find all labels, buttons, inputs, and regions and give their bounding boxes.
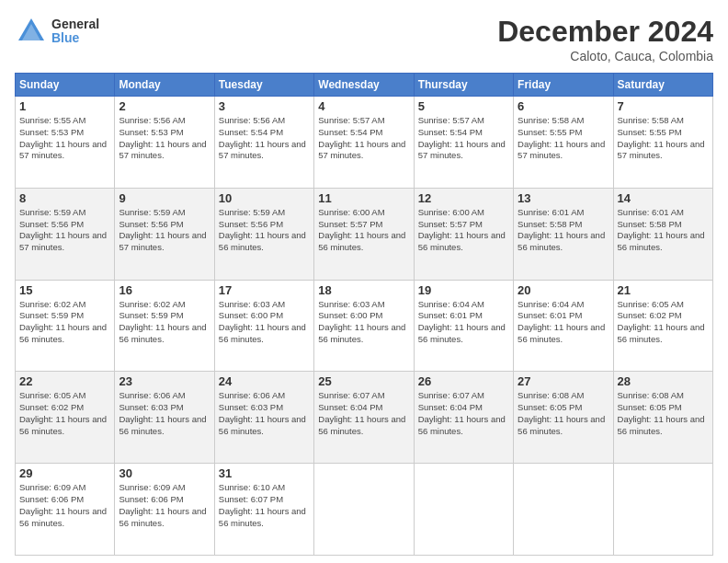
calendar-cell — [613, 464, 712, 556]
calendar-week-row: 29 Sunrise: 6:09 AMSunset: 6:06 PMDaylig… — [16, 464, 713, 556]
calendar-cell: 24 Sunrise: 6:06 AMSunset: 6:03 PMDaylig… — [214, 372, 313, 464]
logo-text: General Blue — [51, 17, 99, 46]
calendar-cell: 1 Sunrise: 5:55 AMSunset: 5:53 PMDayligh… — [16, 97, 115, 189]
calendar-cell: 19 Sunrise: 6:04 AMSunset: 6:01 PMDaylig… — [414, 280, 513, 372]
title-section: December 2024 Caloto, Cauca, Colombia — [497, 15, 713, 63]
day-number: 28 — [618, 374, 709, 388]
day-number: 1 — [19, 99, 110, 113]
day-number: 24 — [219, 374, 310, 388]
calendar-cell: 2 Sunrise: 5:56 AMSunset: 5:53 PMDayligh… — [115, 97, 214, 189]
calendar-cell: 14 Sunrise: 6:01 AMSunset: 5:58 PMDaylig… — [613, 188, 712, 280]
calendar-cell: 27 Sunrise: 6:08 AMSunset: 6:05 PMDaylig… — [514, 372, 613, 464]
page: General Blue December 2024 Caloto, Cauca… — [0, 0, 728, 563]
calendar-cell — [314, 464, 414, 556]
calendar-cell: 20 Sunrise: 6:04 AMSunset: 6:01 PMDaylig… — [514, 280, 613, 372]
day-number: 16 — [119, 283, 210, 297]
calendar-cell: 12 Sunrise: 6:00 AMSunset: 5:57 PMDaylig… — [414, 188, 513, 280]
calendar-header-wednesday: Wednesday — [314, 74, 414, 97]
calendar-week-row: 8 Sunrise: 5:59 AMSunset: 5:56 PMDayligh… — [16, 188, 713, 280]
day-detail: Sunrise: 5:56 AMSunset: 5:54 PMDaylight:… — [219, 115, 310, 162]
calendar-cell: 8 Sunrise: 5:59 AMSunset: 5:56 PMDayligh… — [16, 188, 115, 280]
calendar-cell: 29 Sunrise: 6:09 AMSunset: 6:06 PMDaylig… — [16, 464, 115, 556]
calendar-cell: 13 Sunrise: 6:01 AMSunset: 5:58 PMDaylig… — [514, 188, 613, 280]
day-detail: Sunrise: 5:59 AMSunset: 5:56 PMDaylight:… — [219, 207, 310, 254]
day-number: 31 — [219, 466, 310, 480]
day-number: 3 — [219, 99, 310, 113]
day-detail: Sunrise: 6:00 AMSunset: 5:57 PMDaylight:… — [318, 207, 409, 254]
day-number: 25 — [318, 374, 409, 388]
day-number: 26 — [418, 374, 509, 388]
day-number: 2 — [119, 99, 210, 113]
day-detail: Sunrise: 6:06 AMSunset: 6:03 PMDaylight:… — [219, 390, 310, 437]
day-number: 8 — [19, 191, 110, 205]
calendar-cell: 4 Sunrise: 5:57 AMSunset: 5:54 PMDayligh… — [314, 97, 414, 189]
calendar-cell: 6 Sunrise: 5:58 AMSunset: 5:55 PMDayligh… — [514, 97, 613, 189]
calendar-cell: 15 Sunrise: 6:02 AMSunset: 5:59 PMDaylig… — [16, 280, 115, 372]
day-detail: Sunrise: 6:07 AMSunset: 6:04 PMDaylight:… — [418, 390, 509, 437]
header: General Blue December 2024 Caloto, Cauca… — [15, 15, 713, 63]
day-detail: Sunrise: 5:56 AMSunset: 5:53 PMDaylight:… — [119, 115, 210, 162]
calendar-cell: 28 Sunrise: 6:08 AMSunset: 6:05 PMDaylig… — [613, 372, 712, 464]
day-detail: Sunrise: 5:55 AMSunset: 5:53 PMDaylight:… — [19, 115, 110, 162]
day-number: 20 — [518, 283, 609, 297]
day-detail: Sunrise: 6:09 AMSunset: 6:06 PMDaylight:… — [19, 482, 110, 529]
day-number: 5 — [418, 99, 509, 113]
calendar-cell: 7 Sunrise: 5:58 AMSunset: 5:55 PMDayligh… — [613, 97, 712, 189]
day-number: 6 — [518, 99, 609, 113]
day-detail: Sunrise: 6:08 AMSunset: 6:05 PMDaylight:… — [518, 390, 609, 437]
day-number: 27 — [518, 374, 609, 388]
day-number: 30 — [119, 466, 210, 480]
day-number: 12 — [418, 191, 509, 205]
day-detail: Sunrise: 5:59 AMSunset: 5:56 PMDaylight:… — [19, 207, 110, 254]
calendar-cell: 25 Sunrise: 6:07 AMSunset: 6:04 PMDaylig… — [314, 372, 414, 464]
day-number: 15 — [19, 283, 110, 297]
logo-blue: Blue — [51, 31, 99, 45]
day-number: 11 — [318, 191, 409, 205]
calendar-table: SundayMondayTuesdayWednesdayThursdayFrid… — [15, 73, 713, 556]
day-number: 17 — [219, 283, 310, 297]
calendar-header-thursday: Thursday — [414, 74, 513, 97]
calendar-cell: 22 Sunrise: 6:05 AMSunset: 6:02 PMDaylig… — [16, 372, 115, 464]
calendar-cell: 10 Sunrise: 5:59 AMSunset: 5:56 PMDaylig… — [214, 188, 313, 280]
calendar-header-friday: Friday — [514, 74, 613, 97]
day-detail: Sunrise: 6:09 AMSunset: 6:06 PMDaylight:… — [119, 482, 210, 529]
main-title: December 2024 — [497, 15, 713, 49]
calendar-cell: 3 Sunrise: 5:56 AMSunset: 5:54 PMDayligh… — [214, 97, 313, 189]
day-detail: Sunrise: 6:07 AMSunset: 6:04 PMDaylight:… — [318, 390, 409, 437]
calendar-cell: 17 Sunrise: 6:03 AMSunset: 6:00 PMDaylig… — [214, 280, 313, 372]
day-detail: Sunrise: 6:05 AMSunset: 6:02 PMDaylight:… — [19, 390, 110, 437]
calendar-header-sunday: Sunday — [16, 74, 115, 97]
calendar-week-row: 1 Sunrise: 5:55 AMSunset: 5:53 PMDayligh… — [16, 97, 713, 189]
day-detail: Sunrise: 6:05 AMSunset: 6:02 PMDaylight:… — [618, 299, 709, 346]
day-number: 4 — [318, 99, 409, 113]
day-detail: Sunrise: 5:58 AMSunset: 5:55 PMDaylight:… — [618, 115, 709, 162]
calendar-cell: 16 Sunrise: 6:02 AMSunset: 5:59 PMDaylig… — [115, 280, 214, 372]
calendar-header-saturday: Saturday — [613, 74, 712, 97]
day-number: 23 — [119, 374, 210, 388]
calendar-week-row: 22 Sunrise: 6:05 AMSunset: 6:02 PMDaylig… — [16, 372, 713, 464]
day-detail: Sunrise: 6:01 AMSunset: 5:58 PMDaylight:… — [618, 207, 709, 254]
day-detail: Sunrise: 6:06 AMSunset: 6:03 PMDaylight:… — [119, 390, 210, 437]
day-number: 13 — [518, 191, 609, 205]
calendar-cell: 5 Sunrise: 5:57 AMSunset: 5:54 PMDayligh… — [414, 97, 513, 189]
calendar-cell: 31 Sunrise: 6:10 AMSunset: 6:07 PMDaylig… — [214, 464, 313, 556]
day-number: 7 — [618, 99, 709, 113]
day-detail: Sunrise: 5:59 AMSunset: 5:56 PMDaylight:… — [119, 207, 210, 254]
day-number: 10 — [219, 191, 310, 205]
calendar-cell: 21 Sunrise: 6:05 AMSunset: 6:02 PMDaylig… — [613, 280, 712, 372]
subtitle: Caloto, Cauca, Colombia — [497, 49, 713, 63]
calendar-cell: 23 Sunrise: 6:06 AMSunset: 6:03 PMDaylig… — [115, 372, 214, 464]
calendar-cell: 26 Sunrise: 6:07 AMSunset: 6:04 PMDaylig… — [414, 372, 513, 464]
calendar-cell — [414, 464, 513, 556]
day-detail: Sunrise: 6:02 AMSunset: 5:59 PMDaylight:… — [119, 299, 210, 346]
calendar-cell: 18 Sunrise: 6:03 AMSunset: 6:00 PMDaylig… — [314, 280, 414, 372]
day-detail: Sunrise: 6:04 AMSunset: 6:01 PMDaylight:… — [418, 299, 509, 346]
calendar-header-monday: Monday — [115, 74, 214, 97]
day-detail: Sunrise: 6:08 AMSunset: 6:05 PMDaylight:… — [618, 390, 709, 437]
day-detail: Sunrise: 5:57 AMSunset: 5:54 PMDaylight:… — [318, 115, 409, 162]
day-detail: Sunrise: 6:01 AMSunset: 5:58 PMDaylight:… — [518, 207, 609, 254]
day-detail: Sunrise: 6:02 AMSunset: 5:59 PMDaylight:… — [19, 299, 110, 346]
day-detail: Sunrise: 6:03 AMSunset: 6:00 PMDaylight:… — [219, 299, 310, 346]
day-number: 9 — [119, 191, 210, 205]
day-number: 29 — [19, 466, 110, 480]
